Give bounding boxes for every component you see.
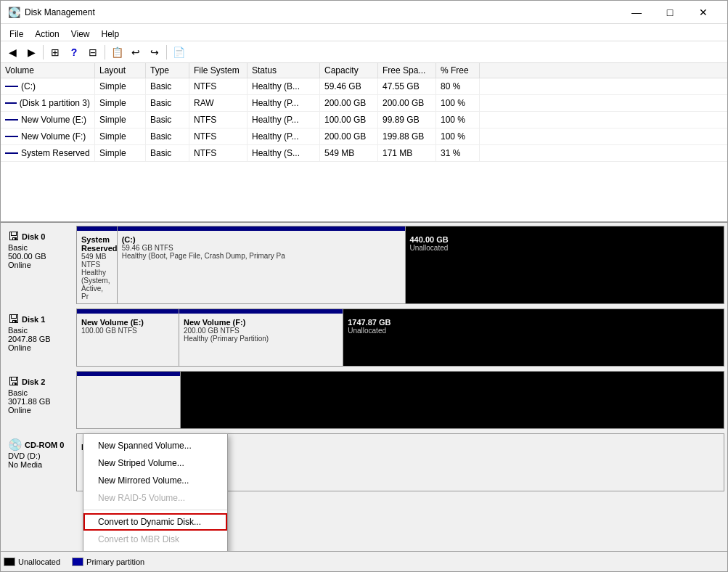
partition[interactable]	[77, 372, 181, 428]
list-view: Volume Layout Type File System Status Ca…	[1, 63, 727, 223]
partition-content: New Volume (F:) 200.00 GB NTFS Healthy (…	[184, 318, 338, 343]
window-icon: 💽	[8, 7, 20, 18]
disk-type: Basic	[8, 388, 72, 397]
partition-name: 440.00 GB	[410, 235, 720, 244]
disk-status: Online	[8, 406, 72, 414]
cell-freespace: 200.00 GB	[378, 95, 436, 111]
legend-primary-label: Primary partition	[86, 557, 144, 566]
menu-action[interactable]: Action	[29, 25, 65, 39]
list-row[interactable]: System Reserved Simple Basic NTFS Health…	[1, 145, 727, 162]
window-title: Disk Management	[25, 7, 95, 17]
disk-name: 💿 CD-ROM 0	[8, 438, 72, 452]
cell-status: Healthy (P...	[248, 95, 320, 111]
partition-header	[181, 372, 724, 376]
context-menu-item[interactable]: New Striped Volume...	[83, 454, 227, 472]
cell-fs: NTFS	[189, 112, 248, 128]
disk-partitions: System Reserved 549 MB NTFS Healthy (Sys…	[76, 226, 724, 304]
cell-volume: (C:)	[1, 78, 95, 94]
col-header-pct[interactable]: % Free	[436, 63, 480, 78]
back-button[interactable]: ◀	[4, 44, 21, 61]
menu-view[interactable]: View	[65, 25, 96, 39]
disk-name-text: Disk 1	[22, 315, 45, 324]
copy-button[interactable]: 📋	[108, 44, 126, 61]
disk-type: Basic	[8, 326, 72, 335]
disk-name: 🖫 Disk 0	[8, 230, 72, 243]
forward-button[interactable]: ▶	[23, 44, 40, 61]
context-menu-item: New RAID-5 Volume...	[83, 489, 227, 507]
legend-primary: Primary partition	[72, 557, 144, 566]
disk-type: DVD (D:)	[8, 452, 72, 460]
disk-label: 🖫 Disk 0 Basic 500.00 GB Online	[4, 226, 76, 304]
partition-content: New Volume (E:) 100.00 GB NTFS	[81, 318, 174, 335]
disk-name-text: Disk 2	[22, 377, 45, 386]
partition[interactable]: New Volume (E:) 100.00 GB NTFS	[77, 309, 179, 366]
partition[interactable]: System Reserved 549 MB NTFS Healthy (Sys…	[77, 226, 118, 303]
title-controls: ― □ ✕	[620, 1, 720, 23]
menu-file[interactable]: File	[4, 25, 29, 39]
col-header-volume[interactable]: Volume	[1, 63, 95, 78]
cell-freespace: 171 MB	[378, 145, 436, 161]
disk-icon: 🖫	[8, 230, 20, 243]
disk-name-text: Disk 0	[22, 232, 45, 241]
show-grid-button[interactable]: ⊞	[46, 44, 64, 61]
context-menu-item[interactable]: Convert to Dynamic Disk...	[83, 513, 227, 531]
disk-name: 🖫 Disk 1	[8, 313, 72, 326]
list-row[interactable]: (Disk 1 partition 3) Simple Basic RAW He…	[1, 95, 727, 112]
col-header-type[interactable]: Type	[146, 63, 189, 78]
col-header-fs[interactable]: File System	[189, 63, 248, 78]
redo-button[interactable]: ↪	[146, 44, 163, 61]
disk-type: Basic	[8, 243, 72, 252]
maximize-button[interactable]: □	[653, 1, 687, 23]
cell-layout: Simple	[95, 145, 146, 161]
partition-detail1: 549 MB NTFS	[81, 253, 113, 269]
list-rows: (C:) Simple Basic NTFS Healthy (B... 59.…	[1, 78, 727, 162]
legend-unallocated: Unallocated	[4, 557, 60, 566]
status-bar: Unallocated Primary partition	[1, 551, 727, 571]
partition[interactable]: 1747.87 GB Unallocated	[343, 309, 724, 366]
partition[interactable]: 440.00 GB Unallocated	[406, 226, 724, 303]
cell-layout: Simple	[95, 128, 146, 144]
cell-pct: 100 %	[436, 112, 480, 128]
collapse-button[interactable]: ⊟	[84, 44, 102, 61]
cell-freespace: 99.89 GB	[378, 112, 436, 128]
menu-help[interactable]: Help	[96, 25, 126, 39]
context-menu-item[interactable]: New Spanned Volume...	[83, 437, 227, 454]
title-bar-left: 💽 Disk Management	[8, 7, 95, 18]
partition[interactable]: New Volume (F:) 200.00 GB NTFS Healthy (…	[179, 309, 343, 366]
col-header-capacity[interactable]: Capacity	[320, 63, 378, 78]
toolbar: ◀ ▶ ⊞ ? ⊟ 📋 ↩ ↪ 📄	[1, 41, 727, 63]
list-row[interactable]: New Volume (E:) Simple Basic NTFS Health…	[1, 112, 727, 128]
col-header-status[interactable]: Status	[248, 63, 320, 78]
cell-freespace: 47.55 GB	[378, 78, 436, 94]
context-menu-item: Convert to MBR Disk	[83, 531, 227, 548]
undo-button[interactable]: ↩	[127, 44, 144, 61]
cell-pct: 31 %	[436, 145, 480, 161]
context-menu-item[interactable]: New Mirrored Volume...	[83, 472, 227, 489]
list-row[interactable]: (C:) Simple Basic NTFS Healthy (B... 59.…	[1, 78, 727, 95]
disk-status: Online	[8, 261, 72, 269]
cell-capacity: 200.00 GB	[320, 95, 378, 111]
disk-size: 500.00 GB	[8, 252, 72, 261]
partition-detail2: Healthy (Primary Partition)	[184, 335, 338, 343]
cell-status: Healthy (S...	[248, 145, 320, 161]
cell-volume: New Volume (F:)	[1, 128, 95, 144]
cell-fs: NTFS	[189, 128, 248, 144]
disk-status: No Media	[8, 460, 72, 469]
col-header-layout[interactable]: Layout	[95, 63, 146, 78]
help-button[interactable]: ?	[65, 44, 83, 61]
partition-header	[77, 309, 179, 314]
list-row[interactable]: New Volume (F:) Simple Basic NTFS Health…	[1, 128, 727, 145]
minimize-button[interactable]: ―	[620, 1, 653, 23]
list-header: Volume Layout Type File System Status Ca…	[1, 63, 727, 78]
context-menu: New Spanned Volume...New Striped Volume.…	[83, 433, 228, 551]
disk-label: 🖫 Disk 2 Basic 3071.88 GB Online	[4, 371, 76, 429]
partition[interactable]	[181, 372, 724, 428]
cell-pct: 100 %	[436, 95, 480, 111]
disk-icon: 💿	[8, 438, 23, 452]
cell-fs: NTFS	[189, 145, 248, 161]
close-button[interactable]: ✕	[687, 1, 720, 23]
partition-detail1: 100.00 GB NTFS	[81, 327, 174, 335]
col-header-freespace[interactable]: Free Spa...	[378, 63, 436, 78]
new-button[interactable]: 📄	[170, 44, 187, 61]
partition[interactable]: (C:) 59.46 GB NTFS Healthy (Boot, Page F…	[118, 226, 406, 303]
